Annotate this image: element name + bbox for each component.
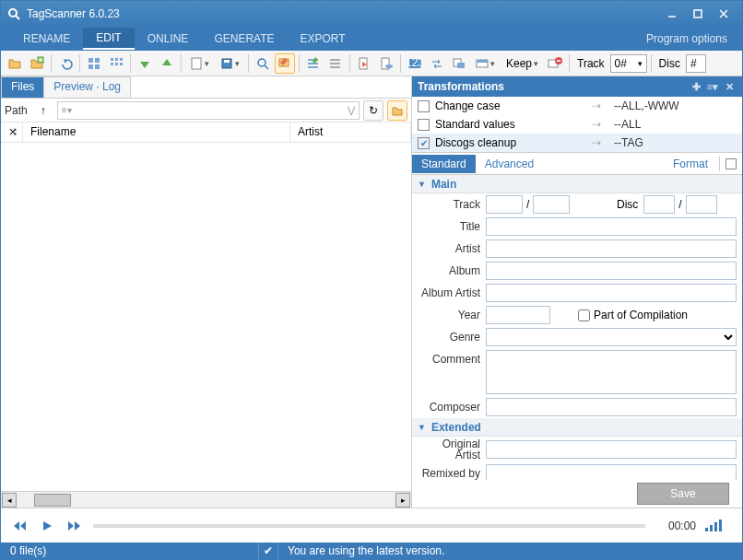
label-album: Album [418, 264, 486, 277]
new-folder-button[interactable] [27, 53, 47, 74]
up-green-button[interactable] [157, 53, 177, 74]
select-genre[interactable] [486, 328, 737, 346]
svg-rect-27 [308, 66, 318, 68]
svg-rect-19 [192, 58, 201, 69]
close-button[interactable] [711, 5, 737, 23]
label-comment: Comment [418, 350, 486, 366]
search-button[interactable] [253, 53, 273, 74]
input-artist[interactable] [486, 239, 737, 258]
input-album[interactable] [486, 262, 737, 280]
doc-db-button[interactable] [376, 53, 396, 74]
page-dropdown[interactable]: ▾ [185, 53, 214, 74]
col-shuffle[interactable]: ⤨ [1, 122, 23, 142]
col-artist[interactable]: Artist [290, 122, 411, 142]
trans-row-discogs-cleanup[interactable]: ✔ Discogs cleanup ⇢ --TAG [412, 134, 742, 152]
section-main[interactable]: ▼Main [412, 175, 742, 193]
svg-rect-28 [330, 59, 340, 61]
maximize-button[interactable] [685, 5, 711, 23]
path-up-button[interactable]: ↑ [33, 100, 53, 121]
input-year[interactable] [486, 306, 550, 324]
undo-button[interactable] [55, 53, 76, 74]
tab-files[interactable]: Files [1, 76, 44, 98]
input-title[interactable] [486, 217, 737, 236]
checkbox-compilation[interactable] [578, 309, 590, 321]
svg-text:123: 123 [407, 57, 422, 69]
save-button[interactable]: Save [637, 483, 729, 505]
list-button[interactable] [325, 53, 346, 74]
input-disc-num[interactable] [643, 195, 675, 214]
svg-rect-12 [95, 64, 100, 69]
tab-preview-log[interactable]: Preview · Log [44, 76, 131, 98]
transformations-header: Transformations ✚ ≡▾ ✕ [412, 76, 742, 97]
swap-button[interactable] [427, 53, 447, 74]
svg-rect-9 [88, 58, 93, 63]
grid-large-button[interactable] [84, 53, 104, 74]
list-check-button[interactable] [303, 53, 324, 74]
keep-dropdown[interactable]: Keep▾ [501, 53, 543, 74]
seek-bar[interactable] [93, 524, 645, 528]
play-button[interactable] [38, 517, 56, 535]
horizontal-scrollbar[interactable]: ◂▸ [1, 491, 411, 508]
down-green-button[interactable] [135, 53, 155, 74]
refresh-button[interactable]: ↻ [363, 100, 383, 121]
input-track-num[interactable] [486, 195, 523, 214]
path-combo[interactable]: ≡▾⋁ [57, 101, 360, 120]
format-link[interactable]: Format [673, 158, 714, 170]
prev-button[interactable] [10, 517, 29, 535]
tab-standard[interactable]: Standard [412, 155, 476, 173]
checkbox[interactable]: ✔ [418, 137, 430, 149]
status-version: You are using the latest version. [278, 542, 742, 559]
label-disc: Disc [607, 198, 643, 211]
label-title: Title [418, 220, 486, 233]
card-dropdown[interactable]: ▾ [471, 53, 500, 74]
col-filename[interactable]: Filename [23, 122, 290, 142]
num-button[interactable]: 123 [405, 53, 425, 74]
disc-combo[interactable]: # [686, 54, 706, 73]
minimize-button[interactable] [659, 5, 685, 23]
trans-menu-icon[interactable]: ≡▾ [705, 79, 720, 94]
menu-edit[interactable]: EDIT [83, 28, 134, 50]
tag-tool-button[interactable] [449, 53, 469, 74]
menu-online[interactable]: ONLINE [135, 29, 202, 49]
checkbox[interactable] [418, 100, 430, 112]
open-folder-button[interactable] [5, 53, 25, 74]
menu-rename[interactable]: RENAME [10, 29, 83, 49]
browse-folder-button[interactable] [387, 100, 407, 121]
file-grid-header: ⤨ Filename Artist [1, 122, 411, 143]
doc-play-button[interactable] [354, 53, 374, 74]
svg-rect-17 [115, 63, 118, 65]
menu-export[interactable]: EXPORT [288, 29, 359, 49]
volume-icon[interactable] [705, 519, 733, 531]
disc-label: Disc [655, 57, 684, 70]
checkbox[interactable] [418, 119, 430, 131]
delete-tag-button[interactable] [545, 53, 565, 74]
section-extended[interactable]: ▼Extended [412, 418, 742, 437]
svg-rect-11 [88, 64, 93, 69]
input-remixed[interactable] [486, 464, 737, 480]
track-combo[interactable]: 0#▾ [610, 54, 647, 73]
autofill-button[interactable] [275, 53, 295, 74]
input-track-total[interactable] [533, 195, 570, 214]
floppy-dropdown[interactable]: ▾ [216, 53, 244, 74]
input-album-artist[interactable] [486, 284, 737, 302]
tab-advanced[interactable]: Advanced [476, 155, 543, 173]
menu-generate[interactable]: GENERATE [201, 29, 287, 49]
label-orig-artist: Original Artist [418, 438, 486, 461]
trans-row-change-case[interactable]: Change case ⇢ --ALL,-WWW [412, 97, 742, 115]
program-options-link[interactable]: Program options [646, 32, 733, 45]
transformations-list: Change case ⇢ --ALL,-WWW Standard values… [412, 97, 742, 153]
next-button[interactable] [65, 517, 84, 535]
menu-bar: RENAME EDIT ONLINE GENERATE EXPORT Progr… [1, 27, 742, 51]
keep-label: Keep [506, 57, 532, 70]
trans-add-icon[interactable]: ✚ [689, 79, 703, 94]
detach-button[interactable] [725, 158, 737, 169]
label-genre: Genre [418, 331, 486, 344]
textarea-comment[interactable] [486, 350, 737, 394]
grid-small-button[interactable] [106, 53, 126, 74]
trans-row-standard-values[interactable]: Standard values ⇢ --ALL [412, 115, 742, 134]
svg-point-22 [258, 59, 265, 66]
input-disc-total[interactable] [686, 195, 717, 214]
input-orig-artist[interactable] [486, 440, 737, 459]
trans-close-icon[interactable]: ✕ [722, 79, 737, 94]
input-composer[interactable] [486, 398, 737, 416]
